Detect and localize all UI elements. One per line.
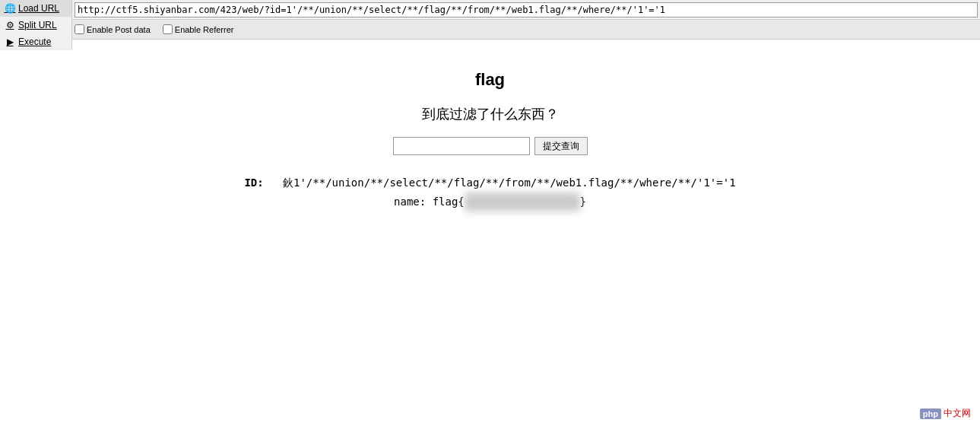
watermark: php 中文网 <box>920 407 971 420</box>
cn-text: 中文网 <box>944 407 971 420</box>
php-badge: php <box>920 409 941 419</box>
enable-post-text: Enable Post data <box>87 25 151 34</box>
main-content: flag 到底过滤了什么东西？ 提交查询 ID: 鈥1'/**/union/**… <box>0 40 980 389</box>
search-form: 提交查询 <box>393 137 588 155</box>
execute-nav-item[interactable]: ▶ Execute <box>0 33 71 50</box>
result-block: ID: 鈥1'/**/union/**/select/**/flag/**/fr… <box>244 173 735 211</box>
options-row: Enable Post data Enable Referrer <box>0 20 980 40</box>
nav-panel: 🌐 Load URL ⚙ Split URL ▶ Execute <box>0 0 72 50</box>
enable-post-checkbox[interactable] <box>75 24 84 34</box>
result-name-close: } <box>580 196 586 208</box>
search-input[interactable] <box>393 137 530 155</box>
toolbar: Enable Post data Enable Referrer 🌐 Load … <box>0 0 980 40</box>
result-name-blurred: ██████████████████ <box>465 192 580 211</box>
result-name-line: name: flag{██████████████████} <box>244 192 735 211</box>
enable-post-label[interactable]: Enable Post data <box>75 24 151 34</box>
app-container: Enable Post data Enable Referrer 🌐 Load … <box>0 0 980 426</box>
load-url-icon: 🌐 <box>5 3 15 14</box>
load-url-label: Load URL <box>18 3 59 14</box>
page-title: flag <box>475 70 505 90</box>
submit-button[interactable]: 提交查询 <box>534 137 588 155</box>
url-section <box>72 0 980 20</box>
split-url-nav-item[interactable]: ⚙ Split URL <box>0 17 71 33</box>
load-url-nav-item[interactable]: 🌐 Load URL <box>0 0 71 17</box>
split-url-label: Split URL <box>18 20 57 30</box>
result-id-label: ID: <box>244 176 263 189</box>
page-subtitle: 到底过滤了什么东西？ <box>422 105 559 123</box>
enable-referrer-checkbox[interactable] <box>163 24 173 34</box>
enable-referrer-text: Enable Referrer <box>175 25 234 34</box>
url-input[interactable] <box>75 2 978 17</box>
result-name-prefix: name: flag{ <box>394 196 465 208</box>
result-id-value: 鈥1'/**/union/**/select/**/flag/**/from/*… <box>283 176 736 189</box>
enable-referrer-label[interactable]: Enable Referrer <box>163 24 234 34</box>
execute-icon: ▶ <box>5 37 15 47</box>
split-url-icon: ⚙ <box>5 20 15 30</box>
result-id-line: ID: 鈥1'/**/union/**/select/**/flag/**/fr… <box>244 173 735 192</box>
url-row <box>0 0 980 20</box>
execute-label: Execute <box>18 37 51 47</box>
